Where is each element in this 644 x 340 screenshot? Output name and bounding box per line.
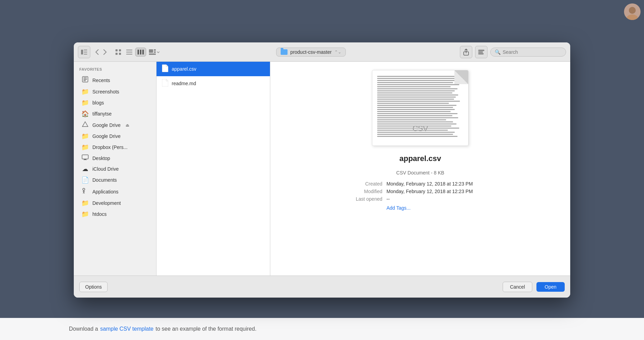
content-area: Favorites Recents 📁 Screenshots — [74, 62, 570, 276]
sidebar-item-screenshots[interactable]: 📁 Screenshots — [76, 86, 154, 97]
folder-icon — [281, 49, 288, 55]
svg-rect-29 — [82, 155, 88, 159]
open-button[interactable]: Open — [536, 282, 565, 292]
svg-rect-7 — [119, 49, 121, 51]
search-input[interactable] — [503, 49, 558, 55]
svg-rect-6 — [115, 49, 118, 51]
sidebar-item-htdocs[interactable]: 📁 htdocs — [76, 209, 154, 220]
list-view-button[interactable] — [124, 48, 134, 57]
sidebar: Favorites Recents 📁 Screenshots — [74, 62, 157, 276]
dialog-actions: Cancel Open — [503, 282, 565, 292]
sidebar-item-recents[interactable]: Recents — [76, 74, 154, 86]
svg-rect-31 — [83, 160, 87, 160]
sidebar-item-applications[interactable]: Applications — [76, 186, 154, 198]
toolbar-actions: 🔍 — [460, 46, 566, 58]
file-open-dialog: product-csv-master ⌃⌄ 🔍 — [74, 42, 570, 298]
svg-rect-17 — [154, 49, 156, 51]
svg-rect-16 — [149, 49, 153, 53]
sample-csv-template-link[interactable]: sample CSV template — [100, 326, 154, 332]
search-box[interactable]: 🔍 — [490, 48, 566, 57]
svg-rect-18 — [154, 51, 156, 53]
sidebar-item-applications-label: Applications — [92, 189, 119, 194]
svg-rect-26 — [83, 79, 87, 80]
sidebar-item-desktop-label: Desktop — [92, 156, 110, 161]
add-tags-link[interactable]: Add Tags... — [386, 205, 411, 211]
column-view-button[interactable] — [135, 48, 146, 57]
svg-rect-3 — [84, 50, 87, 50]
created-label: Created — [341, 181, 382, 187]
icloud-drive-icon: ☁ — [81, 165, 89, 173]
location-pill[interactable]: product-csv-master ⌃⌄ — [276, 48, 346, 57]
svg-rect-12 — [126, 54, 132, 54]
svg-rect-2 — [81, 50, 83, 54]
google-drive-mount-icon — [81, 121, 89, 129]
svg-rect-8 — [115, 53, 118, 55]
forward-button[interactable] — [101, 48, 109, 56]
gallery-view-button[interactable] — [147, 48, 162, 57]
modified-value: Monday, February 12, 2018 at 12:23 PM — [386, 189, 473, 194]
icon-view-button[interactable] — [113, 48, 123, 57]
file-preview-thumbnail: CSV — [372, 70, 469, 146]
meta-row-modified: Modified Monday, February 12, 2018 at 12… — [341, 189, 500, 194]
sidebar-item-desktop[interactable]: Desktop — [76, 153, 154, 163]
nav-buttons — [93, 48, 109, 56]
sidebar-item-blogs-label: blogs — [92, 100, 104, 106]
sidebar-item-dropbox[interactable]: 📁 Dropbox (Pers... — [76, 142, 154, 153]
share-button[interactable] — [460, 46, 472, 58]
svg-rect-22 — [478, 51, 483, 53]
sidebar-item-google-drive-label: Google Drive — [92, 133, 121, 139]
svg-rect-27 — [83, 80, 86, 81]
svg-point-0 — [629, 7, 636, 14]
sidebar-item-google-drive[interactable]: 📁 Google Drive — [76, 131, 154, 142]
file-meta: Created Monday, February 12, 2018 at 12:… — [341, 181, 500, 213]
sidebar-item-development-label: Development — [92, 200, 121, 206]
sidebar-item-documents-label: Documents — [92, 177, 117, 183]
svg-marker-28 — [82, 122, 88, 127]
svg-rect-21 — [478, 50, 484, 51]
sidebar-item-documents[interactable]: 📄 Documents — [76, 174, 154, 186]
apparel-csv-label: apparel.csv — [172, 66, 197, 72]
sidebar-item-icloud-drive-label: iCloud Drive — [92, 166, 119, 172]
svg-rect-5 — [84, 54, 87, 54]
eject-icon: ⏏ — [125, 123, 129, 128]
tiffanytse-icon: 🏠 — [81, 110, 89, 118]
sidebar-item-icloud-drive[interactable]: ☁ iCloud Drive — [76, 163, 154, 174]
location-text: product-csv-master — [290, 49, 332, 55]
readme-md-label: readme.md — [172, 81, 196, 86]
htdocs-icon: 📁 — [81, 210, 89, 218]
last-opened-label: Last opened — [341, 196, 382, 202]
applications-icon — [81, 187, 89, 196]
svg-rect-9 — [119, 53, 121, 55]
sidebar-item-blogs[interactable]: 📁 blogs — [76, 97, 154, 108]
hint-text-before: Download a — [69, 326, 98, 332]
meta-row-created: Created Monday, February 12, 2018 at 12:… — [341, 181, 500, 187]
sidebar-item-htdocs-label: htdocs — [92, 211, 107, 217]
meta-row-last-opened: Last opened -- — [341, 196, 500, 202]
folded-corner — [454, 70, 468, 84]
sidebar-toggle-button[interactable] — [78, 46, 90, 58]
view-buttons — [113, 48, 162, 57]
cancel-button[interactable]: Cancel — [503, 282, 532, 292]
last-opened-value: -- — [386, 196, 390, 202]
blogs-icon: 📁 — [81, 99, 89, 107]
tags-meta-label — [341, 204, 382, 211]
meta-row-tags: Add Tags... — [341, 204, 500, 211]
file-item-readme-md[interactable]: readme.md — [157, 76, 270, 91]
tags-button[interactable] — [475, 46, 487, 58]
sidebar-section-favorites: Favorites — [74, 66, 156, 74]
hint-bar: Download a sample CSV template to see an… — [0, 318, 644, 340]
development-icon: 📁 — [81, 199, 89, 207]
readme-md-icon — [162, 79, 168, 88]
svg-rect-13 — [138, 50, 139, 54]
file-item-apparel-csv[interactable]: apparel.csv — [157, 62, 270, 76]
options-button[interactable]: Options — [79, 282, 108, 292]
dropbox-icon: 📁 — [81, 143, 89, 151]
svg-rect-30 — [84, 159, 86, 160]
back-button[interactable] — [93, 48, 101, 56]
sidebar-item-tiffanytse[interactable]: 🏠 tiffanytse — [76, 108, 154, 119]
preview-type: CSV Document - 8 KB — [396, 170, 444, 176]
sidebar-item-google-drive-mount[interactable]: Google Drive ⏏ — [76, 119, 154, 131]
sidebar-item-development[interactable]: 📁 Development — [76, 198, 154, 209]
svg-rect-10 — [126, 50, 132, 50]
documents-icon: 📄 — [81, 176, 89, 184]
